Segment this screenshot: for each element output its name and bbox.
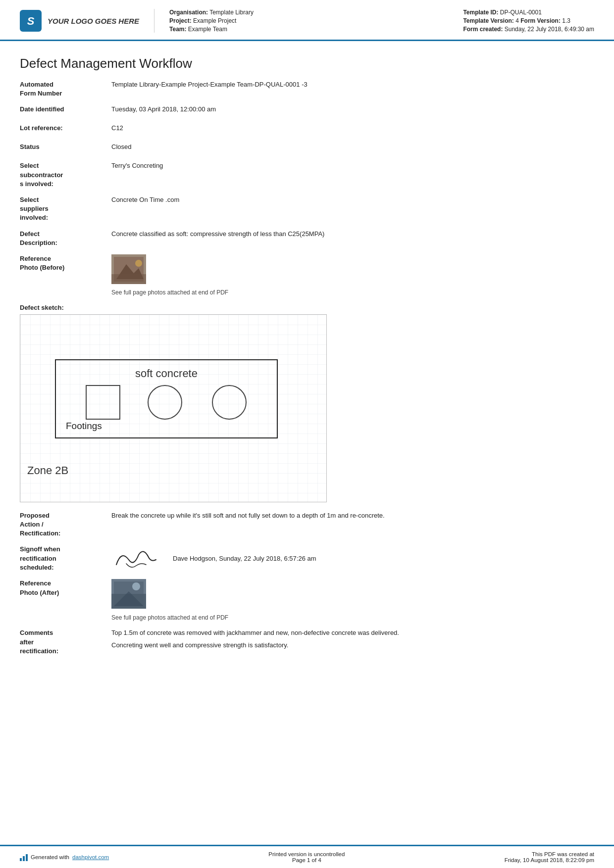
template-version-line: Template Version: 4 Form Version: 1.3 (463, 17, 594, 24)
logo-icon: S (20, 10, 42, 32)
footer-center: Printed version is uncontrolled Page 1 o… (268, 851, 345, 863)
value-suppliers: Concrete On Time .com (111, 195, 594, 204)
photo-before-thumbnail (111, 254, 146, 284)
value-defect-desc: Concrete classified as soft: compressive… (111, 230, 594, 239)
sketch-inner-box: soft concrete Footings (55, 359, 278, 438)
value-photo-after: See full page photos attached at end of … (111, 579, 594, 622)
label-subcontractors: Select subcontractor s involved: (20, 161, 111, 189)
sketch-canvas: soft concrete Footings Zone 2B (20, 314, 327, 502)
dashpivot-icon (20, 853, 28, 861)
label-photo-before: Reference Photo (Before) (20, 254, 111, 272)
value-form-number: Template Library-Example Project-Example… (111, 80, 594, 89)
sketch-circle-2 (148, 385, 182, 420)
row-defect-desc: Defect Description: Concrete classified … (20, 230, 594, 247)
team-line: Team: Example Team (169, 26, 254, 33)
sketch-circle-1 (86, 385, 120, 420)
form-title: Defect Management Workflow (20, 56, 594, 71)
content: Defect Management Workflow Automated For… (0, 41, 614, 845)
label-suppliers: Select suppliers involved: (20, 195, 111, 223)
label-photo-after: Reference Photo (After) (20, 579, 111, 597)
comments-line2: Concreting went well and compressive str… (111, 641, 594, 650)
comments-line1: Top 1.5m of concrete was removed with ja… (111, 628, 594, 637)
sketch-section: Defect sketch: soft concrete (20, 304, 594, 502)
sketch-soft-concrete-text: soft concrete (56, 367, 277, 380)
row-comments: Comments after rectification: Top 1.5m o… (20, 628, 594, 656)
signature-svg (111, 545, 161, 572)
created-date: Friday, 10 August 2018, 8:22:09 pm (505, 857, 594, 863)
row-form-number: Automated Form Number Template Library-E… (20, 80, 594, 98)
header-org-col: Organisation: Template Library Project: … (169, 9, 254, 33)
template-id-line: Template ID: DP-QUAL-0001 (463, 9, 594, 16)
sketch-label: Defect sketch: (20, 304, 594, 311)
label-form-number: Automated Form Number (20, 80, 111, 98)
footer: Generated with dashpivot.com Printed ver… (0, 845, 614, 868)
row-proposed-action: Proposed Action / Rectification: Break t… (20, 511, 594, 538)
value-signoff: Dave Hodgson, Sunday, 22 July 2018, 6:57… (111, 545, 594, 572)
signature-area: Dave Hodgson, Sunday, 22 July 2018, 6:57… (111, 545, 594, 572)
org-line: Organisation: Template Library (169, 9, 254, 16)
row-signoff: Signoff when rectification scheduled: Da… (20, 545, 594, 572)
svg-point-12 (132, 582, 140, 590)
photo-after-note: See full page photos attached at end of … (111, 614, 594, 622)
row-status: Status Closed (20, 143, 594, 154)
label-lot-reference: Lot reference: (20, 124, 111, 133)
row-suppliers: Select suppliers involved: Concrete On T… (20, 195, 594, 223)
sketch-zone-text: Zone 2B (27, 464, 68, 477)
photo-before-note: See full page photos attached at end of … (111, 289, 594, 297)
dashpivot-link[interactable]: dashpivot.com (72, 854, 109, 860)
created-text: This PDF was created at (505, 851, 594, 857)
photo-after-thumbnail (111, 579, 146, 609)
label-comments: Comments after rectification: (20, 628, 111, 656)
footer-right: This PDF was created at Friday, 10 Augus… (505, 851, 594, 863)
value-date-identified: Tuesday, 03 April 2018, 12:00:00 am (111, 105, 594, 114)
header-meta: Organisation: Template Library Project: … (169, 9, 463, 33)
label-proposed-action: Proposed Action / Rectification: (20, 511, 111, 538)
logo-area: S YOUR LOGO GOES HERE (20, 9, 154, 33)
row-subcontractors: Select subcontractor s involved: Terry's… (20, 161, 594, 189)
header-right-col: Template ID: DP-QUAL-0001 Template Versi… (463, 9, 594, 33)
value-subcontractors: Terry's Concreting (111, 161, 594, 170)
sketch-footings-text: Footings (66, 421, 102, 432)
row-lot-reference: Lot reference: C12 (20, 124, 594, 136)
value-status: Closed (111, 143, 594, 151)
sketch-circle-3 (212, 385, 247, 420)
label-status: Status (20, 143, 111, 151)
label-defect-desc: Defect Description: (20, 230, 111, 247)
svg-text:S: S (27, 15, 35, 27)
project-line: Project: Example Project (169, 17, 254, 24)
value-lot-reference: C12 (111, 124, 594, 133)
row-date-identified: Date identified Tuesday, 03 April 2018, … (20, 105, 594, 117)
row-photo-before: Reference Photo (Before) See full page p… (20, 254, 594, 297)
header: S YOUR LOGO GOES HERE Organisation: Temp… (0, 0, 614, 41)
label-signoff: Signoff when rectification scheduled: (20, 545, 111, 572)
page-number: Page 1 of 4 (268, 857, 345, 863)
logo-text: YOUR LOGO GOES HERE (48, 17, 139, 25)
svg-rect-6 (111, 274, 146, 284)
generated-text: Generated with (31, 854, 69, 860)
value-proposed-action: Break the concrete up while it's still s… (111, 511, 594, 520)
footer-left: Generated with dashpivot.com (20, 853, 109, 861)
page: S YOUR LOGO GOES HERE Organisation: Temp… (0, 0, 614, 868)
svg-point-5 (135, 260, 142, 267)
row-photo-after: Reference Photo (After) See full page ph… (20, 579, 594, 622)
signoff-text: Dave Hodgson, Sunday, 22 July 2018, 6:57… (173, 554, 316, 563)
form-created-line: Form created: Sunday, 22 July 2018, 6:49… (463, 26, 594, 33)
value-comments: Top 1.5m of concrete was removed with ja… (111, 628, 594, 649)
value-photo-before: See full page photos attached at end of … (111, 254, 594, 297)
uncontrolled-text: Printed version is uncontrolled (268, 851, 345, 857)
label-date-identified: Date identified (20, 105, 111, 114)
